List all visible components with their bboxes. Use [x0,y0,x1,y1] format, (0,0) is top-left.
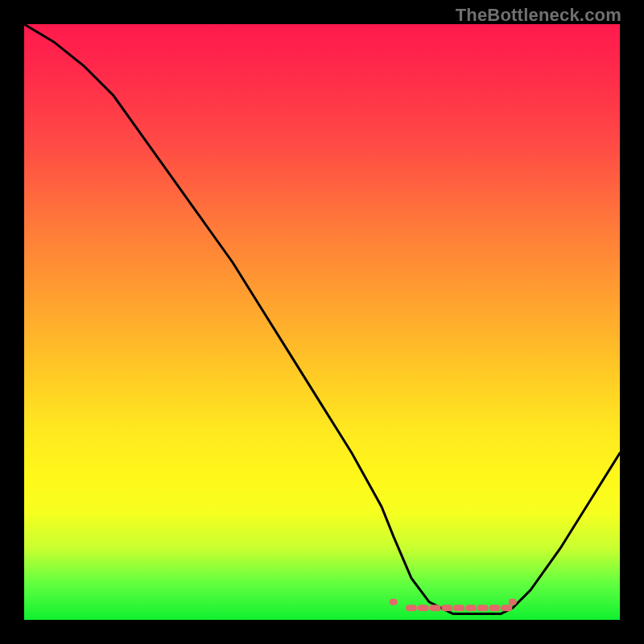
highlight-dot [509,599,517,605]
highlight-dot [430,605,441,611]
highlight-dot [465,605,477,611]
highlight-dot [489,605,501,611]
attribution-text: TheBottleneck.com [456,5,621,26]
highlight-dot [501,605,512,611]
highlight-dot [418,605,429,611]
highlight-dot [406,605,417,611]
curve-svg [24,24,620,620]
plot-area [24,24,620,620]
chart-frame: TheBottleneck.com [0,0,644,644]
highlight-dots [390,599,517,611]
highlight-dot [441,605,452,611]
highlight-dot [453,605,464,611]
highlight-dot [477,605,489,611]
bottleneck-curve [24,24,620,614]
highlight-dot [390,599,398,605]
